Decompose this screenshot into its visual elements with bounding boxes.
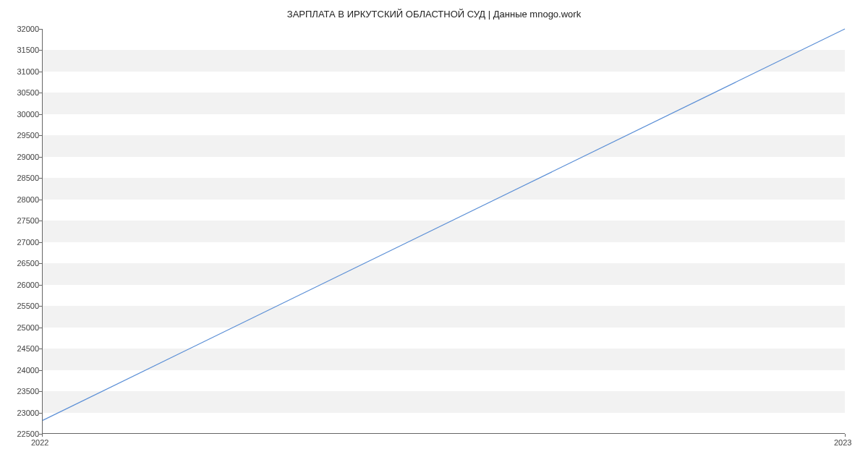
y-axis-tick-label: 24500 [10,344,39,353]
y-axis-tick-label: 23500 [10,387,39,396]
x-axis-tick-mark [42,434,43,437]
chart-title: ЗАРПЛАТА В ИРКУТСКИЙ ОБЛАСТНОЙ СУД | Дан… [0,0,868,20]
y-axis-tick-label: 30000 [10,110,39,119]
x-axis-tick-mark [845,434,846,437]
y-axis-tick-label: 27500 [10,216,39,225]
y-axis-tick-label: 27000 [10,238,39,247]
y-axis-tick-label: 26000 [10,281,39,289]
y-axis-tick-label: 29500 [10,131,39,140]
y-axis-tick-label: 32000 [10,25,39,33]
y-axis-tick-label: 29000 [10,153,39,161]
y-axis-tick-label: 31500 [10,46,39,54]
y-axis-tick-label: 22500 [10,430,39,438]
svg-line-0 [43,29,845,420]
y-axis-tick-label: 28000 [10,195,39,204]
y-axis-tick-label: 23000 [10,409,39,417]
y-axis-tick-label: 25500 [10,302,39,310]
chart-line [43,29,845,433]
x-axis-tick-label: 2023 [834,438,851,447]
y-axis-tick-label: 24000 [10,366,39,375]
plot-area [42,29,845,434]
y-axis-tick-label: 28500 [10,174,39,182]
y-axis-tick-label: 31000 [10,67,39,76]
x-axis-tick-label: 2022 [31,438,48,447]
y-axis-tick-label: 26500 [10,259,39,268]
y-axis-tick-label: 30500 [10,88,39,97]
y-axis-tick-label: 25000 [10,323,39,332]
